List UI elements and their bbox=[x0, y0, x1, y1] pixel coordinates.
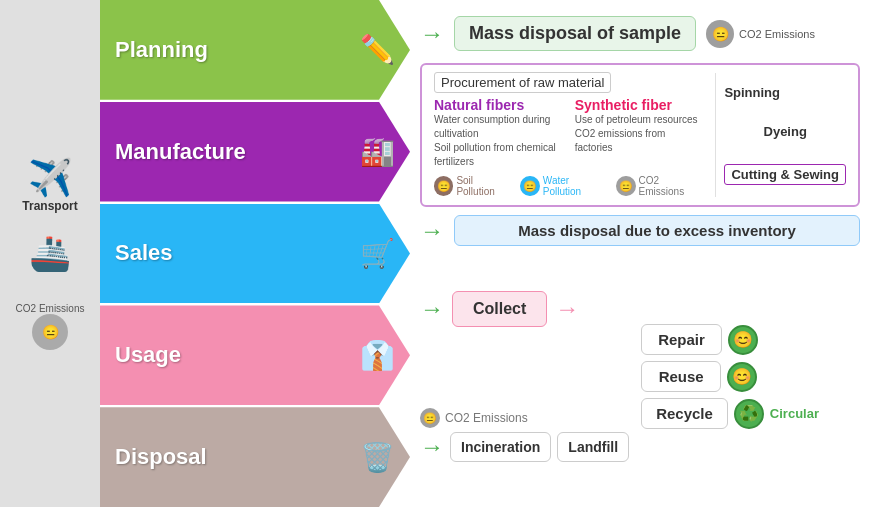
co2-sidebar-item: CO2 Emissions 😑 bbox=[16, 303, 85, 350]
manufacture-content: Procurement of raw material Natural fibe… bbox=[434, 73, 846, 197]
step-planning[interactable]: Planning ✏️ bbox=[100, 0, 410, 100]
plane-icon: ✈️ bbox=[28, 157, 73, 199]
reuse-face: 😊 bbox=[727, 362, 757, 392]
main-container: ✈️ Transport 🚢 CO2 Emissions 😑 Planning … bbox=[0, 0, 870, 507]
mfg-left: Procurement of raw material Natural fibe… bbox=[434, 73, 705, 197]
transport-item: ✈️ Transport bbox=[22, 157, 77, 213]
sales-row: → Mass disposal due to excess inventory bbox=[420, 215, 860, 246]
planning-co2-label: CO2 Emissions bbox=[739, 28, 815, 40]
cutting-sewing-label: Cutting & Sewing bbox=[724, 164, 846, 185]
co2-mfg-face: 😑 bbox=[616, 176, 635, 196]
planning-label: Planning bbox=[115, 37, 208, 63]
transport-label: Transport bbox=[22, 199, 77, 213]
synthetic-desc2: CO2 emissions from factories bbox=[575, 127, 706, 155]
disposal-icon: 🗑️ bbox=[360, 441, 395, 474]
repair-face: 😊 bbox=[728, 325, 758, 355]
reuse-row: Reuse 😊 bbox=[641, 361, 819, 392]
repair-label: Repair bbox=[658, 331, 705, 348]
water-face: 😑 bbox=[520, 176, 539, 196]
reuse-box: Reuse bbox=[641, 361, 721, 392]
sales-arrow: → bbox=[420, 217, 444, 245]
lifecycle-steps: Planning ✏️ Manufacture 🏭 Sales 🛒 Usage … bbox=[100, 0, 410, 507]
recycle-face: ♻️ bbox=[734, 399, 764, 429]
sales-icon: 🛒 bbox=[360, 237, 395, 270]
usage-arrow: → bbox=[420, 295, 444, 323]
co2-face-icon: 😑 bbox=[42, 324, 59, 340]
dyeing-label: Dyeing bbox=[764, 124, 807, 139]
soil-face: 😑 bbox=[434, 176, 453, 196]
sidebar: ✈️ Transport 🚢 CO2 Emissions 😑 bbox=[0, 0, 100, 507]
recycle-label: Recycle bbox=[656, 405, 713, 422]
mfg-right: Spinning Dyeing Cutting & Sewing bbox=[715, 73, 846, 197]
step-manufacture[interactable]: Manufacture 🏭 bbox=[100, 102, 410, 202]
fiber-row: Natural fibers Water consumption during … bbox=[434, 97, 705, 169]
synthetic-desc1: Use of petroleum resources bbox=[575, 113, 706, 127]
recycle-row: Recycle ♻️ Circular bbox=[641, 398, 819, 429]
disposal-co2-label: CO2 Emissions bbox=[445, 411, 528, 425]
co2-mfg-label: CO2 Emissions bbox=[639, 175, 706, 197]
water-pollution-badge: 😑 Water Pollution bbox=[520, 175, 608, 197]
disposal-row: 😑 CO2 Emissions → Incineration Landfill bbox=[420, 408, 629, 462]
excess-inventory-box: Mass disposal due to excess inventory bbox=[454, 215, 860, 246]
natural-desc1: Water consumption during cultivation bbox=[434, 113, 565, 141]
right-content: → Mass disposal of sample 😑 CO2 Emission… bbox=[410, 0, 870, 507]
circular-label: Circular bbox=[770, 406, 819, 421]
disposal-co2-section: 😑 CO2 Emissions bbox=[420, 408, 629, 428]
planning-co2-face: 😑 bbox=[706, 20, 734, 48]
planning-icon: ✏️ bbox=[360, 33, 395, 66]
manufacture-icon: 🏭 bbox=[360, 135, 395, 168]
disposal-inner: → Incineration Landfill bbox=[420, 432, 629, 462]
step-disposal[interactable]: Disposal 🗑️ bbox=[100, 407, 410, 507]
collect-label: Collect bbox=[473, 300, 526, 317]
bottom-rows: → Collect → 😑 CO2 Emissions → In bbox=[420, 254, 860, 499]
planning-arrow: → bbox=[420, 20, 444, 48]
disposal-co2-face: 😑 bbox=[420, 408, 440, 428]
manufacture-detail-box: Procurement of raw material Natural fibe… bbox=[420, 63, 860, 207]
incineration-box: Incineration bbox=[450, 432, 551, 462]
manufacture-label: Manufacture bbox=[115, 139, 246, 165]
pollution-badges: 😑 Soil Pollution 😑 Water Pollution 😑 CO2… bbox=[434, 175, 705, 197]
co2-pollution-badge: 😑 CO2 Emissions bbox=[616, 175, 705, 197]
synthetic-fiber-col: Synthetic fiber Use of petroleum resourc… bbox=[575, 97, 706, 169]
recycle-box: Recycle bbox=[641, 398, 728, 429]
repair-recycle-section: Repair 😊 Reuse 😊 Recycle ♻️ Circular bbox=[641, 254, 819, 499]
soil-label: Soil Pollution bbox=[456, 175, 512, 197]
ship-icon: 🚢 bbox=[29, 233, 71, 273]
collect-arrow: → bbox=[555, 295, 579, 323]
natural-fibers-col: Natural fibers Water consumption during … bbox=[434, 97, 565, 169]
excess-title: Mass disposal due to excess inventory bbox=[518, 222, 796, 239]
step-sales[interactable]: Sales 🛒 bbox=[100, 204, 410, 304]
co2-sidebar-label: CO2 Emissions bbox=[16, 303, 85, 314]
incineration-label: Incineration bbox=[461, 439, 540, 455]
reuse-label: Reuse bbox=[659, 368, 704, 385]
repair-row: Repair 😊 bbox=[641, 324, 819, 355]
ship-item: 🚢 bbox=[29, 233, 71, 273]
usage-icon: 👔 bbox=[360, 339, 395, 372]
water-label: Water Pollution bbox=[543, 175, 608, 197]
left-bottom: → Collect → 😑 CO2 Emissions → In bbox=[420, 254, 629, 499]
usage-row: → Collect → bbox=[420, 291, 629, 327]
sales-label: Sales bbox=[115, 240, 173, 266]
mass-disposal-box: Mass disposal of sample bbox=[454, 16, 696, 51]
disposal-label: Disposal bbox=[115, 444, 207, 470]
collect-box: Collect bbox=[452, 291, 547, 327]
raw-material-label: Procurement of raw material bbox=[434, 72, 611, 93]
planning-row: → Mass disposal of sample 😑 CO2 Emission… bbox=[420, 8, 860, 55]
landfill-box: Landfill bbox=[557, 432, 629, 462]
mass-disposal-title: Mass disposal of sample bbox=[469, 23, 681, 43]
step-usage[interactable]: Usage 👔 bbox=[100, 305, 410, 405]
natural-fibers-title: Natural fibers bbox=[434, 97, 565, 113]
landfill-label: Landfill bbox=[568, 439, 618, 455]
usage-label: Usage bbox=[115, 342, 181, 368]
spinning-label: Spinning bbox=[724, 85, 846, 100]
planning-co2-badge: 😑 CO2 Emissions bbox=[706, 20, 815, 48]
co2-sidebar-face: 😑 bbox=[32, 314, 68, 350]
natural-desc2: Soil pollution from chemical fertilizers bbox=[434, 141, 565, 169]
repair-box: Repair bbox=[641, 324, 722, 355]
disposal-arrow: → bbox=[420, 433, 444, 461]
soil-pollution-badge: 😑 Soil Pollution bbox=[434, 175, 512, 197]
synthetic-fiber-title: Synthetic fiber bbox=[575, 97, 706, 113]
